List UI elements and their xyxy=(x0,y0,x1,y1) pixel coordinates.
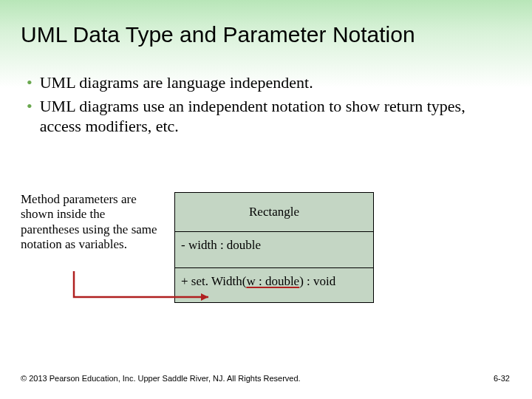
bullet-icon: • xyxy=(27,72,33,93)
uml-method-suffix: ) : void xyxy=(299,274,335,288)
list-item: • UML diagrams are language independent. xyxy=(27,72,510,93)
uml-class-name: Rectangle xyxy=(175,193,373,232)
uml-method-prefix: + set. Width( xyxy=(181,274,246,288)
uml-class-box: Rectangle - width : double + set. Width(… xyxy=(174,192,374,303)
slide-title: UML Data Type and Parameter Notation xyxy=(0,0,532,55)
uml-method: + set. Width(w : double) : void xyxy=(175,268,373,302)
callout-note: Method parameters are shown inside the p… xyxy=(21,192,161,253)
bullet-icon: • xyxy=(27,96,33,117)
footer-copyright: © 2013 Pearson Education, Inc. Upper Sad… xyxy=(21,374,301,383)
bullet-list: • UML diagrams are language independent.… xyxy=(0,55,532,137)
uml-method-param: w : double xyxy=(246,274,299,288)
footer-page-number: 6-32 xyxy=(494,374,510,383)
uml-attribute: - width : double xyxy=(175,232,373,268)
bullet-text: UML diagrams use an independent notation… xyxy=(40,96,510,137)
bullet-text: UML diagrams are language independent. xyxy=(40,72,510,93)
list-item: • UML diagrams use an independent notati… xyxy=(27,96,510,137)
